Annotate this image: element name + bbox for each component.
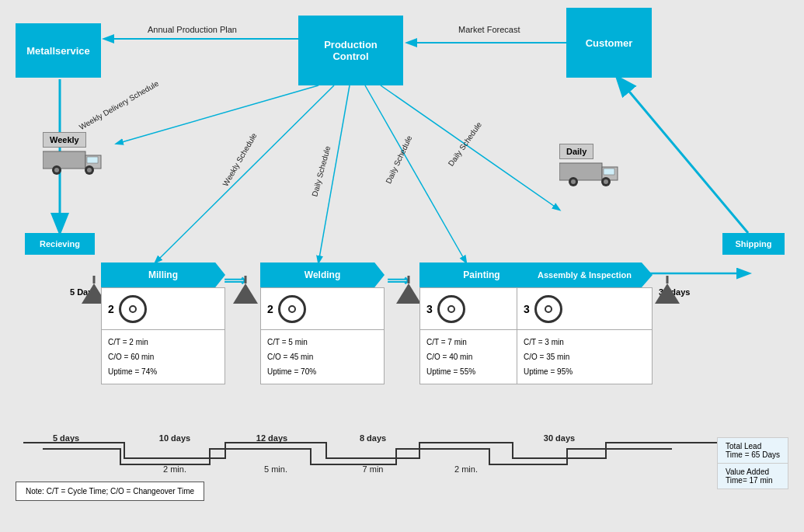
customer-label: Customer xyxy=(586,37,633,49)
welding-co: C/O = 45 min xyxy=(267,349,378,364)
welding-operator-circle xyxy=(278,295,306,323)
svg-text:8 days: 8 days xyxy=(360,435,386,443)
weekly-label: Weekly xyxy=(50,135,79,144)
timeline-svg: 5 days 10 days 12 days 8 days 30 days 2 … xyxy=(23,435,769,482)
milling-icons: 2 xyxy=(101,287,225,330)
timeline: 5 days 10 days 12 days 8 days 30 days 2 … xyxy=(23,435,781,483)
daily-schedule-3-label: Daily Schedule xyxy=(447,120,483,168)
svg-text:10 days: 10 days xyxy=(159,435,190,443)
svg-text:5 days: 5 days xyxy=(53,435,79,443)
assembly-uptime: Uptime = 95% xyxy=(524,364,646,379)
customer-box: Customer xyxy=(566,8,652,78)
assembly-co: C/O = 35 min xyxy=(524,349,646,364)
metallservice-box: Metallservice xyxy=(16,23,101,78)
milling-header: Milling xyxy=(101,263,225,287)
svg-line-3 xyxy=(117,85,318,144)
svg-text:12 days: 12 days xyxy=(256,435,287,443)
milling-uptime: Uptime = 74% xyxy=(108,364,218,379)
painting-operator-count: 3 xyxy=(426,303,433,315)
svg-text:7 min: 7 min xyxy=(363,464,384,474)
welding-header: Welding xyxy=(260,263,385,287)
production-control-box: Production Control xyxy=(298,16,403,85)
weekly-truck: Weekly xyxy=(43,132,105,177)
receiving-box: Recieving xyxy=(25,233,95,255)
assembly-ct: C/T = 3 min xyxy=(524,335,646,349)
assembly-section: Assembly & Inspection 3 C/T = 3 min C/O … xyxy=(517,263,653,384)
metallservice-label: Metallservice xyxy=(26,45,90,57)
assembly-info: C/T = 3 min C/O = 35 min Uptime = 95% xyxy=(517,330,653,384)
assembly-operator-count: 3 xyxy=(524,303,530,315)
welding-section: Welding 2 C/T = 5 min C/O = 45 min Uptim… xyxy=(260,263,385,384)
svg-rect-20 xyxy=(559,163,602,180)
milling-operator-count: 2 xyxy=(108,303,114,315)
welding-uptime: Uptime = 70% xyxy=(267,364,378,379)
milling-operator-circle xyxy=(119,295,147,323)
assembly-header: Assembly & Inspection xyxy=(517,263,653,287)
svg-rect-22 xyxy=(604,169,614,175)
svg-text:5 min.: 5 min. xyxy=(264,464,287,474)
value-added-time-row: Value AddedTime= 17 min xyxy=(718,464,788,489)
svg-line-6 xyxy=(365,85,466,263)
svg-marker-30 xyxy=(233,283,258,304)
legend-box: Note: C/T = Cycle Time; C/O = Changeover… xyxy=(16,482,204,501)
svg-point-24 xyxy=(571,179,576,184)
assembly-icons: 3 xyxy=(517,287,653,330)
welding-operator-count: 2 xyxy=(267,303,273,315)
painting-operator-circle xyxy=(437,295,465,323)
weekly-delivery-label: Weekly Delivery Schedule xyxy=(78,79,160,132)
inv-triangle-welding xyxy=(233,276,258,305)
svg-point-19 xyxy=(87,168,92,172)
legend-text: Note: C/T = Cycle Time; C/O = Changeover… xyxy=(26,487,194,495)
milling-section: Milling 2 C/T = 2 min C/O = 60 min Uptim… xyxy=(101,263,225,384)
production-control-label: Production Control xyxy=(324,39,378,62)
shipping-label: Shipping xyxy=(735,239,771,249)
value-added-time-label: Value AddedTime= 17 min xyxy=(726,468,772,485)
summary-box: Total LeadTime = 65 Days Value AddedTime… xyxy=(717,437,788,489)
welding-ct: C/T = 5 min xyxy=(267,335,378,349)
market-forecast-label: Market Forecast xyxy=(458,25,520,34)
total-lead-time-row: Total LeadTime = 65 Days xyxy=(718,438,788,464)
svg-rect-13 xyxy=(43,151,85,169)
svg-text:2 min.: 2 min. xyxy=(454,464,478,474)
svg-text:2 min.: 2 min. xyxy=(163,464,186,474)
svg-rect-15 xyxy=(87,157,98,163)
inv-triangle-painting xyxy=(396,276,421,305)
annual-plan-label: Annual Production Plan xyxy=(148,25,237,34)
welding-info: C/T = 5 min C/O = 45 min Uptime = 70% xyxy=(260,330,385,384)
svg-point-17 xyxy=(54,168,59,172)
welding-icons: 2 xyxy=(260,287,385,330)
milling-ct: C/T = 2 min xyxy=(108,335,218,349)
milling-info: C/T = 2 min C/O = 60 min Uptime = 74% xyxy=(101,330,225,384)
weekly-schedule-label: Weekly Schedule xyxy=(221,131,259,187)
milling-co: C/O = 60 min xyxy=(108,349,218,364)
svg-point-26 xyxy=(604,179,608,184)
svg-line-8 xyxy=(618,78,748,233)
assembly-operator-circle xyxy=(534,295,562,323)
main-container: ⟹ ⟹ ⟹ Production Control Customer Metall… xyxy=(0,0,804,532)
daily-schedule-1-label: Daily Schedule xyxy=(310,145,332,197)
svg-marker-36 xyxy=(655,283,680,304)
receiving-label: Recieving xyxy=(40,239,80,249)
svg-line-4 xyxy=(155,85,334,263)
svg-marker-32 xyxy=(396,283,421,304)
inv-triangle-shipping xyxy=(655,276,680,305)
svg-text:30 days: 30 days xyxy=(544,435,575,443)
daily-label: Daily xyxy=(566,147,586,156)
daily-truck: Daily xyxy=(559,144,621,189)
shipping-box: Shipping xyxy=(722,233,785,255)
total-lead-time-label: Total LeadTime = 65 Days xyxy=(726,442,780,459)
daily-schedule-2-label: Daily Schedule xyxy=(384,134,413,185)
